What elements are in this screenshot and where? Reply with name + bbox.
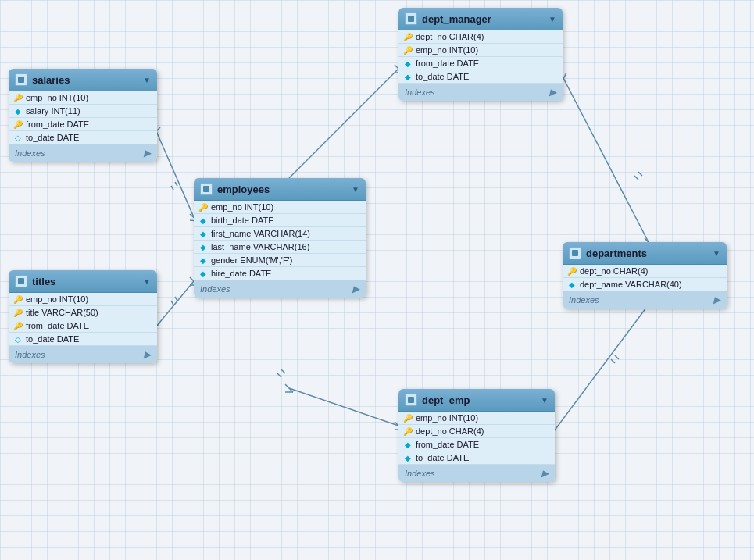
key-icon: 🔑 (13, 93, 23, 102)
table-row: ◆ from_date DATE (398, 438, 555, 451)
table-row: 🔑 emp_no INT(10) (194, 201, 366, 214)
table-footer-salaries[interactable]: Indexes ▶ (9, 144, 157, 162)
table-icon-employees (200, 183, 213, 195)
table-row: ◆ salary INT(11) (9, 105, 157, 118)
key-icon: 🔑 (13, 321, 23, 330)
table-header-employees: employees ▼ (194, 178, 366, 201)
table-row: 🔑 dept_no CHAR(4) (398, 30, 563, 44)
field-text: gender ENUM('M','F') (211, 255, 292, 265)
table-row: 🔑 from_date DATE (9, 319, 157, 333)
key-icon: ◆ (198, 242, 208, 251)
svg-line-37 (281, 369, 285, 373)
table-body-dept-manager: 🔑 dept_no CHAR(4) 🔑 emp_no INT(10) ◆ fro… (398, 30, 563, 84)
field-text: dept_name VARCHAR(40) (580, 280, 682, 289)
table-body-titles: 🔑 emp_no INT(10) 🔑 title VARCHAR(50) 🔑 f… (9, 293, 157, 346)
table-icon-dept-emp (405, 394, 417, 406)
table-employees: employees ▼ 🔑 emp_no INT(10) ◆ birth_dat… (194, 178, 366, 298)
field-text: dept_no CHAR(4) (416, 426, 484, 436)
field-text: from_date DATE (416, 59, 479, 68)
field-text: from_date DATE (416, 440, 479, 449)
svg-line-0 (156, 131, 194, 217)
table-row: ◆ to_date DATE (398, 451, 555, 465)
field-text: emp_no INT(10) (416, 45, 478, 55)
table-dept-emp: dept_emp ▼ 🔑 emp_no INT(10) 🔑 dept_no CH… (398, 389, 555, 482)
svg-line-25 (549, 305, 649, 437)
table-footer-employees[interactable]: Indexes ▶ (194, 280, 366, 298)
indexes-label: Indexes (15, 148, 45, 158)
svg-line-33 (175, 297, 177, 301)
key-icon: ◆ (13, 106, 23, 116)
key-icon: ◆ (198, 229, 208, 238)
svg-line-32 (171, 301, 173, 305)
dropdown-arrow-titles[interactable]: ▼ (143, 277, 151, 286)
dropdown-arrow-departments[interactable]: ▼ (713, 249, 720, 258)
table-departments: departments ▼ 🔑 dept_no CHAR(4) ◆ dept_n… (563, 242, 727, 309)
table-body-salaries: 🔑 emp_no INT(10) ◆ salary INT(11) 🔑 from… (9, 91, 157, 144)
table-header-titles: titles ▼ (9, 270, 157, 293)
field-text: to_date DATE (416, 72, 469, 81)
indexes-arrow: ▶ (549, 87, 556, 98)
key-icon: ◆ (403, 72, 413, 81)
field-text: emp_no INT(10) (416, 413, 478, 423)
key-icon: 🔑 (403, 32, 413, 41)
field-text: to_date DATE (26, 133, 79, 142)
svg-line-36 (277, 373, 281, 377)
field-text: dept_no CHAR(4) (580, 266, 648, 276)
table-row: 🔑 dept_no CHAR(4) (563, 265, 727, 278)
key-icon: ◆ (567, 280, 577, 289)
table-row: ◆ dept_name VARCHAR(40) (563, 278, 727, 291)
key-icon: ◆ (198, 216, 208, 225)
key-icon: ◇ (13, 133, 23, 142)
indexes-label: Indexes (405, 87, 435, 97)
dropdown-arrow-dept-emp[interactable]: ▼ (541, 396, 549, 405)
indexes-arrow: ▶ (541, 468, 549, 479)
table-name-employees: employees (217, 184, 347, 195)
table-row: 🔑 emp_no INT(10) (9, 293, 157, 306)
key-icon: 🔑 (198, 202, 208, 212)
table-body-dept-emp: 🔑 emp_no INT(10) 🔑 dept_no CHAR(4) ◆ fro… (398, 412, 555, 465)
table-icon-dept-manager (405, 12, 417, 25)
dropdown-arrow-dept-manager[interactable]: ▼ (549, 15, 556, 23)
table-row: 🔑 from_date DATE (9, 118, 157, 131)
field-text: from_date DATE (26, 119, 89, 129)
field-text: dept_no CHAR(4) (416, 32, 484, 41)
field-text: to_date DATE (416, 453, 469, 462)
indexes-label: Indexes (405, 469, 435, 478)
table-row: 🔑 emp_no INT(10) (398, 44, 563, 57)
svg-line-17 (563, 73, 566, 80)
svg-line-21 (285, 384, 293, 392)
svg-line-38 (634, 176, 638, 180)
field-text: title VARCHAR(50) (26, 308, 98, 317)
key-icon: 🔑 (403, 45, 413, 55)
table-footer-departments[interactable]: Indexes ▶ (563, 291, 727, 309)
table-icon-salaries (15, 73, 27, 86)
field-text: salary INT(11) (26, 106, 80, 116)
svg-line-15 (563, 77, 649, 242)
indexes-label: Indexes (569, 295, 599, 305)
table-footer-titles[interactable]: Indexes ▶ (9, 346, 157, 363)
table-footer-dept-emp[interactable]: Indexes ▶ (398, 465, 555, 482)
table-row: ◆ hire_date DATE (194, 267, 366, 280)
table-icon-titles (15, 275, 27, 287)
table-row: ◆ gender ENUM('M','F') (194, 254, 366, 267)
dropdown-arrow-employees[interactable]: ▼ (352, 185, 359, 194)
svg-line-39 (638, 172, 642, 176)
dropdown-arrow-salaries[interactable]: ▼ (143, 76, 151, 84)
table-row: 🔑 title VARCHAR(50) (9, 306, 157, 319)
field-text: from_date DATE (26, 321, 89, 330)
table-titles: titles ▼ 🔑 emp_no INT(10) 🔑 title VARCHA… (9, 270, 157, 363)
indexes-arrow: ▶ (144, 349, 151, 360)
key-icon: 🔑 (567, 266, 577, 276)
table-name-dept-manager: dept_manager (422, 13, 544, 25)
key-icon: ◇ (13, 334, 23, 344)
key-icon: ◆ (198, 269, 208, 278)
indexes-label: Indexes (200, 284, 230, 294)
key-icon: 🔑 (403, 426, 413, 436)
table-row: ◆ first_name VARCHAR(14) (194, 227, 366, 241)
field-text: first_name VARCHAR(14) (211, 229, 310, 238)
svg-line-40 (611, 359, 615, 363)
indexes-arrow: ▶ (352, 284, 359, 294)
table-footer-dept-manager[interactable]: Indexes ▶ (398, 84, 563, 101)
table-name-salaries: salaries (32, 74, 138, 86)
table-row: ◆ from_date DATE (398, 57, 563, 70)
